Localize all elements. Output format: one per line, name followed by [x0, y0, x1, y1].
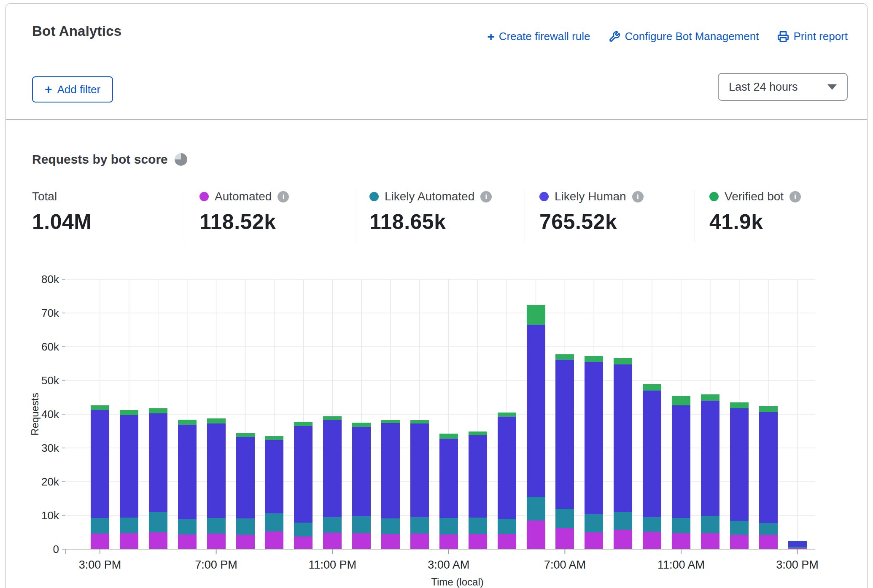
bar-segment-automated[interactable] — [265, 531, 283, 549]
bar-segment-automated[interactable] — [207, 534, 226, 549]
bar-segment-automated[interactable] — [469, 534, 487, 549]
bar-segment-likely-automated[interactable] — [381, 518, 400, 534]
bar-segment-likely-automated[interactable] — [236, 518, 255, 534]
bar-segment-likely-automated[interactable] — [614, 512, 632, 530]
bar-segment-verified-bot[interactable] — [555, 354, 574, 360]
bar-segment-likely-human[interactable] — [323, 420, 342, 517]
bar-segment-verified-bot[interactable] — [323, 416, 342, 420]
bar-segment-automated[interactable] — [672, 533, 690, 549]
configure-bot-management-link[interactable]: Configure Bot Management — [609, 30, 759, 43]
bar-segment-verified-bot[interactable] — [759, 406, 778, 412]
bar-segment-verified-bot[interactable] — [701, 394, 719, 401]
bar-segment-likely-human[interactable] — [381, 423, 400, 518]
bar-segment-verified-bot[interactable] — [469, 432, 487, 435]
bar-segment-verified-bot[interactable] — [585, 356, 603, 362]
bar-segment-verified-bot[interactable] — [207, 418, 226, 423]
bar-segment-likely-human[interactable] — [410, 423, 429, 517]
bar-segment-verified-bot[interactable] — [643, 384, 661, 391]
bar-segment-likely-human[interactable] — [759, 412, 778, 523]
bar-segment-likely-human[interactable] — [788, 541, 807, 547]
bar-segment-likely-automated[interactable] — [498, 519, 516, 534]
bar-segment-automated[interactable] — [352, 533, 371, 549]
bar-segment-verified-bot[interactable] — [498, 413, 516, 417]
bar-segment-automated[interactable] — [701, 533, 719, 549]
add-filter-button[interactable]: + Add filter — [32, 76, 113, 102]
bar-segment-likely-human[interactable] — [469, 435, 487, 518]
bar-segment-likely-automated[interactable] — [265, 513, 283, 531]
bar-segment-verified-bot[interactable] — [439, 434, 458, 439]
bar-segment-likely-automated[interactable] — [555, 509, 574, 528]
bar-segment-verified-bot[interactable] — [91, 405, 109, 410]
bar-segment-likely-human[interactable] — [91, 410, 109, 518]
bar-segment-likely-automated[interactable] — [294, 523, 313, 537]
bar-segment-automated[interactable] — [236, 535, 255, 549]
bar-segment-automated[interactable] — [585, 532, 603, 549]
bar-segment-verified-bot[interactable] — [672, 396, 690, 405]
info-icon[interactable]: i — [789, 191, 801, 202]
bar-segment-automated[interactable] — [294, 537, 313, 549]
bar-segment-likely-automated[interactable] — [672, 518, 690, 533]
bar-segment-likely-automated[interactable] — [120, 518, 138, 534]
bar-segment-likely-human[interactable] — [352, 427, 371, 516]
bar-segment-likely-automated[interactable] — [643, 517, 661, 532]
bar-segment-likely-human[interactable] — [672, 405, 690, 518]
info-icon[interactable]: i — [480, 191, 492, 202]
print-report-link[interactable]: Print report — [777, 30, 848, 43]
bar-segment-automated[interactable] — [498, 534, 516, 549]
bar-segment-automated[interactable] — [614, 530, 632, 549]
bar-segment-likely-human[interactable] — [265, 440, 283, 513]
bar-segment-likely-automated[interactable] — [149, 512, 167, 532]
bar-segment-verified-bot[interactable] — [527, 305, 545, 325]
bar-segment-likely-human[interactable] — [527, 325, 545, 497]
info-icon[interactable]: i — [632, 191, 644, 202]
bar-segment-automated[interactable] — [178, 534, 197, 549]
bar-segment-likely-automated[interactable] — [323, 517, 342, 533]
bar-segment-likely-human[interactable] — [439, 439, 458, 518]
bar-segment-automated[interactable] — [410, 534, 429, 549]
bar-segment-automated[interactable] — [730, 535, 749, 549]
bar-segment-likely-human[interactable] — [614, 364, 632, 512]
bar-segment-likely-automated[interactable] — [91, 518, 109, 534]
bar-segment-verified-bot[interactable] — [410, 420, 429, 423]
bar-segment-verified-bot[interactable] — [236, 433, 255, 437]
bar-segment-likely-human[interactable] — [294, 426, 313, 523]
bar-segment-likely-automated[interactable] — [207, 518, 226, 534]
bar-segment-likely-human[interactable] — [149, 413, 167, 512]
bar-segment-automated[interactable] — [120, 533, 138, 549]
bar-segment-verified-bot[interactable] — [730, 402, 749, 408]
bar-segment-automated[interactable] — [643, 532, 661, 549]
bar-segment-likely-human[interactable] — [585, 362, 603, 514]
bar-segment-likely-automated[interactable] — [527, 497, 545, 521]
bar-segment-automated[interactable] — [555, 528, 574, 549]
bar-segment-likely-human[interactable] — [555, 360, 574, 509]
bar-segment-likely-human[interactable] — [730, 408, 749, 521]
time-range-select[interactable]: Last 24 hours — [718, 73, 848, 101]
bar-segment-likely-human[interactable] — [701, 401, 719, 516]
bar-segment-verified-bot[interactable] — [788, 541, 807, 541]
bar-segment-automated[interactable] — [527, 521, 545, 549]
bar-segment-likely-human[interactable] — [207, 423, 226, 518]
bar-segment-verified-bot[interactable] — [178, 420, 197, 425]
bar-segment-automated[interactable] — [323, 533, 342, 549]
bar-segment-verified-bot[interactable] — [120, 410, 138, 415]
bar-segment-likely-human[interactable] — [236, 437, 255, 519]
bar-segment-likely-automated[interactable] — [585, 514, 603, 532]
create-firewall-rule-link[interactable]: + Create firewall rule — [487, 30, 590, 43]
bar-segment-automated[interactable] — [149, 532, 167, 549]
info-icon[interactable]: i — [278, 191, 289, 202]
bar-segment-verified-bot[interactable] — [352, 423, 371, 427]
bar-segment-likely-automated[interactable] — [701, 516, 719, 534]
bar-segment-verified-bot[interactable] — [294, 422, 313, 426]
bar-segment-verified-bot[interactable] — [614, 358, 632, 364]
bar-segment-verified-bot[interactable] — [149, 408, 167, 413]
bar-segment-likely-human[interactable] — [178, 425, 197, 519]
bar-segment-automated[interactable] — [439, 534, 458, 549]
bar-segment-likely-automated[interactable] — [788, 547, 807, 548]
bar-segment-likely-automated[interactable] — [352, 516, 371, 534]
bar-segment-likely-automated[interactable] — [178, 519, 197, 534]
bar-segment-automated[interactable] — [381, 534, 400, 549]
bar-segment-verified-bot[interactable] — [381, 420, 400, 423]
bar-segment-likely-human[interactable] — [643, 391, 661, 517]
bar-segment-likely-automated[interactable] — [730, 521, 749, 535]
bar-segment-likely-human[interactable] — [120, 415, 138, 518]
